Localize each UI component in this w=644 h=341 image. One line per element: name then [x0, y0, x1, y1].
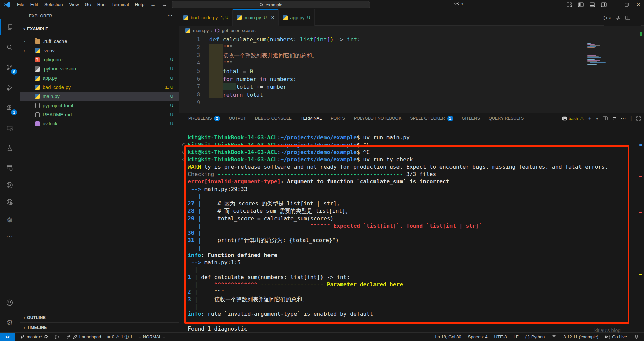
file-item-bad_code.py[interactable]: bad_code.py1, U [20, 83, 179, 92]
terminal-shell-item[interactable]: bash ⚠ [562, 116, 584, 121]
terminal-overview-mark [639, 274, 642, 275]
file-item-uv.lock[interactable]: uv.lockU [20, 119, 179, 129]
tab-label: bad_code.py [191, 15, 218, 20]
file-item-.python-version[interactable]: .python-versionU [20, 64, 179, 74]
activity-run-debug-icon[interactable] [0, 80, 20, 95]
activity-settings-icon[interactable]: ⚙ [0, 315, 20, 331]
warning-icon: ⚠ [580, 116, 584, 121]
status-label: master* [27, 334, 42, 339]
tab-main.py[interactable]: main.pyU× [233, 9, 278, 26]
panel-tab-problems[interactable]: PROBLEMS2 [188, 113, 220, 123]
activity-source-control-icon[interactable]: 8 [0, 60, 20, 75]
nav-forward-icon[interactable]: → [159, 2, 170, 8]
menu-go[interactable]: Go [82, 0, 94, 9]
split-editor-icon[interactable] [625, 16, 630, 20]
menu-edit[interactable]: Edit [27, 0, 41, 9]
status-problems[interactable]: ⊗ 0 ⚠ 1 ⓘ 1 [105, 333, 135, 341]
breadcrumb-file[interactable]: main.py [193, 28, 209, 33]
menu-terminal[interactable]: Terminal [108, 0, 132, 9]
terminal-output[interactable]: kit@kit-ThinkBook-14-G3-ACL:~/projects/d… [179, 134, 644, 340]
layout-grid-icon[interactable] [564, 0, 575, 9]
explorer-more-icon[interactable]: ⋯ [167, 12, 173, 18]
status-launchpad[interactable]: Launchpad [63, 333, 103, 341]
copilot-button[interactable]: ∨ [454, 1, 463, 6]
file-item-app.py[interactable]: app.pyU [20, 74, 179, 83]
status-git-graph[interactable] [52, 333, 62, 341]
tab-bad_code.py[interactable]: bad_code.py1, U [179, 9, 233, 26]
activity-remote-explorer-icon[interactable] [0, 121, 20, 136]
menu-run[interactable]: Run [94, 0, 109, 9]
menu-help[interactable]: Help [132, 0, 147, 9]
code-editor[interactable]: 1def calculate_sum(numbers: list[int]) -… [179, 35, 644, 113]
restore-icon[interactable] [621, 0, 633, 9]
close-icon[interactable]: × [633, 0, 644, 9]
minimap[interactable] [587, 40, 607, 68]
status-notifications[interactable] [632, 333, 641, 341]
panel-tab-polyglot-notebook[interactable]: POLYGLOT NOTEBOOK [354, 113, 402, 123]
close-tab-icon[interactable]: × [271, 15, 274, 21]
activity-account-icon[interactable] [0, 295, 20, 310]
activity-git-history-icon[interactable] [0, 194, 20, 210]
activity-testing-icon[interactable] [0, 140, 20, 156]
activity-git-graph-icon[interactable] [0, 177, 20, 193]
status-indentation[interactable]: Spaces: 4 [466, 333, 490, 341]
nav-back-icon[interactable]: ← [147, 2, 159, 8]
file-item-.venv[interactable]: ›.venv [20, 46, 179, 55]
file-item-.ruff_cache[interactable]: ›.ruff_cache [20, 37, 179, 46]
panel-tab-spell-checker[interactable]: SPELL CHECKER1 [410, 113, 453, 123]
panel-more-icon[interactable]: ⋯ [621, 115, 626, 122]
status-copilot[interactable] [549, 333, 559, 341]
status-cursor-position[interactable]: Ln 18, Col 30 [433, 333, 463, 341]
file-item-README.md[interactable]: README.mdU [20, 110, 179, 119]
timeline-section[interactable]: › TIMELINE [20, 322, 179, 332]
kill-terminal-icon[interactable] [612, 116, 616, 121]
section-example[interactable]: ∨ EXAMPLE [20, 24, 179, 33]
status-label: Ln 18, Col 30 [435, 334, 461, 339]
breadcrumb-separator: › [211, 28, 213, 33]
split-terminal-icon[interactable] [603, 116, 608, 120]
status-language[interactable]: { }Python [523, 333, 547, 341]
status-interpreter[interactable]: 3.12.11 (example) [561, 333, 601, 341]
panel-tab-query-results[interactable]: QUERY RESULTS [489, 113, 524, 123]
panel-tab-ports[interactable]: PORTS [331, 113, 345, 123]
activity-explorer-icon[interactable] [0, 19, 20, 35]
remote-indicator[interactable]: >< [0, 333, 15, 341]
command-center-search[interactable]: example [172, 1, 370, 8]
toggle-panel-icon[interactable] [587, 0, 598, 9]
file-item-.gitignore[interactable]: Y.gitignoreU [20, 55, 179, 64]
sync-icon[interactable] [616, 16, 621, 20]
menu-file[interactable]: File [14, 0, 27, 9]
activity-search-icon[interactable] [0, 39, 20, 55]
activity-database-icon[interactable] [0, 160, 20, 175]
menu-bar: FileEditSelectionViewGoRunTerminalHelp [14, 0, 147, 9]
tab-app.py[interactable]: app.pyU [279, 9, 315, 26]
menu-selection[interactable]: Selection [41, 0, 66, 9]
file-item-pyproject.toml[interactable]: pyproject.tomlU [20, 101, 179, 110]
panel-tab-terminal[interactable]: TERMINAL [301, 113, 322, 123]
minimize-icon[interactable]: — [610, 0, 621, 9]
status-branch[interactable]: master* [18, 333, 51, 341]
toggle-sidebar-icon[interactable] [575, 0, 587, 9]
panel-tab-output[interactable]: OUTPUT [229, 113, 246, 123]
toggle-secondary-sidebar-icon[interactable] [598, 0, 610, 9]
maximize-panel-icon[interactable] [636, 116, 641, 121]
file-item-main.py[interactable]: main.pyU [20, 92, 179, 101]
breadcrumb[interactable]: main.py › get_user_scores [179, 26, 644, 35]
more-actions-icon[interactable]: ⋯ [635, 15, 641, 21]
status-encoding[interactable]: UTF-8 [492, 333, 509, 341]
breadcrumb-symbol[interactable]: get_user_scores [222, 28, 256, 33]
activity-more-icon[interactable]: ··· [0, 229, 20, 244]
outline-section[interactable]: › OUTLINE [20, 313, 179, 322]
git-status-badge: U [170, 121, 173, 126]
menu-view[interactable]: View [66, 0, 82, 9]
panel-tab-gitlens[interactable]: GITLENS [462, 113, 480, 123]
terminal-dropdown-icon[interactable]: ∨ [596, 117, 598, 120]
panel-tab-debug-console[interactable]: DEBUG CONSOLE [255, 113, 292, 123]
status-vim-mode[interactable]: -- NORMAL -- [136, 333, 168, 341]
status-eol[interactable]: LF [511, 333, 521, 341]
activity-kubernetes-icon[interactable]: ☸ [0, 212, 20, 227]
new-terminal-icon[interactable]: + [588, 115, 592, 122]
activity-extensions-icon[interactable]: 1 [0, 100, 20, 116]
run-python-button[interactable]: ▷ ∨ [604, 15, 611, 21]
status-go-live[interactable]: Go Live [603, 333, 629, 341]
